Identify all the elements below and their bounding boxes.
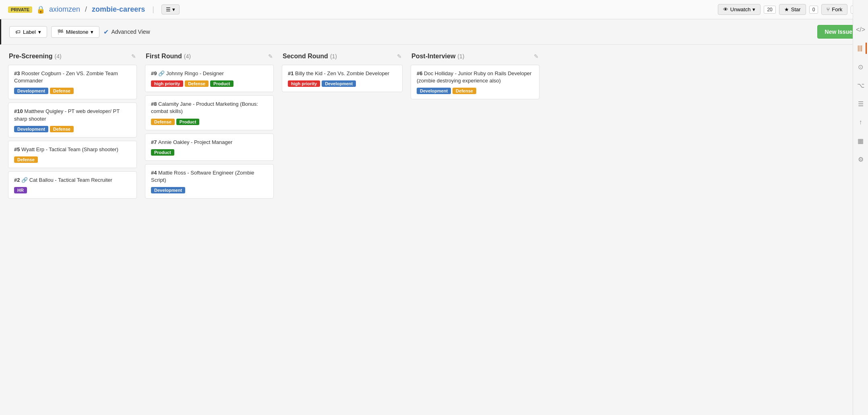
- label-badge[interactable]: Development: [322, 80, 356, 87]
- repo-separator: /: [85, 5, 87, 14]
- fork-icon: ⑂: [827, 6, 830, 12]
- label-badge[interactable]: Development: [14, 88, 48, 94]
- column-count-pre-screening: (4): [54, 53, 61, 60]
- label-badge[interactable]: Product: [210, 80, 234, 87]
- sidebar-icon-board[interactable]: |||: [854, 43, 867, 54]
- repo-link[interactable]: zombie-careers: [92, 5, 145, 14]
- org-link[interactable]: axiomzen: [49, 5, 80, 14]
- label-badge[interactable]: Development: [417, 88, 451, 94]
- view-toggle-button[interactable]: ☰ ▾: [161, 4, 180, 14]
- milestone-button[interactable]: 🏁 Milestone ▾: [51, 26, 100, 38]
- column-title-first-round: First Round(4): [146, 53, 191, 60]
- column-edit-icon-pre-screening[interactable]: ✎: [131, 53, 136, 60]
- label-button[interactable]: 🏷 Label ▾: [9, 26, 47, 38]
- card-title-card-8: #8 Calamity Jane - Product Marketing (Bo…: [151, 101, 268, 115]
- label-badge[interactable]: Development: [14, 126, 48, 132]
- sidebar-icon-code[interactable]: </>: [855, 24, 866, 35]
- label-badge[interactable]: Defense: [50, 126, 74, 132]
- card-card-7[interactable]: #7 Annie Oakley - Project ManagerProduct: [145, 134, 274, 161]
- fork-button[interactable]: ⑂ Fork: [821, 4, 847, 15]
- check-icon: ✔: [103, 28, 109, 36]
- private-badge: PRIVATE: [8, 6, 32, 13]
- column-header-second-round: Second Round(1)✎: [282, 53, 403, 60]
- card-card-6[interactable]: #6 Doc Holliday - Junior Ruby on Rails D…: [411, 65, 539, 99]
- column-title-post-interview: Post-Interview(1): [411, 53, 464, 60]
- column-edit-icon-post-interview[interactable]: ✎: [534, 53, 539, 60]
- link-icon: 🔗: [158, 70, 166, 76]
- star-label: Star: [791, 6, 801, 12]
- column-edit-icon-second-round[interactable]: ✎: [397, 53, 402, 60]
- toolbar: 🏷 Label ▾ 🏁 Milestone ▾ ✔ Advanced View …: [0, 19, 868, 45]
- card-title-card-3: #3 Rooster Cogburn - Zen VS. Zombie Team…: [14, 70, 131, 84]
- card-card-2[interactable]: #2 🔗 Cat Ballou - Tactical Team Recruite…: [8, 171, 137, 199]
- sidebar-icon-graphs[interactable]: ▦: [855, 135, 866, 146]
- card-labels-card-9: high priorityDefenseProduct: [151, 80, 268, 87]
- list-icon: ☰: [166, 6, 171, 12]
- board: Pre-Screening(4)✎#3 Rooster Cogburn - Ze…: [0, 45, 868, 210]
- milestone-btn-text: Milestone: [66, 29, 89, 35]
- nav-left: PRIVATE 🔒 axiomzen / zombie-careers | ☰ …: [8, 4, 180, 14]
- column-header-pre-screening: Pre-Screening(4)✎: [8, 53, 137, 60]
- link-icon: 🔗: [21, 177, 29, 183]
- card-title-card-6: #6 Doc Holliday - Junior Ruby on Rails D…: [417, 70, 533, 84]
- card-labels-card-6: DevelopmentDefense: [417, 88, 533, 94]
- card-card-1[interactable]: #1 Billy the Kid - Zen Vs. Zombie Develo…: [282, 65, 403, 92]
- fork-label: Fork: [832, 6, 842, 12]
- advanced-view-toggle[interactable]: ✔ Advanced View: [103, 28, 150, 36]
- unwatch-label: Unwatch: [730, 6, 751, 12]
- unwatch-button[interactable]: 👁 Unwatch ▾: [718, 4, 761, 15]
- label-badge[interactable]: Defense: [50, 88, 74, 94]
- label-badge[interactable]: Product: [151, 149, 174, 156]
- card-card-5[interactable]: #5 Wyatt Erp - Tactical Team (Sharp shoo…: [8, 141, 137, 168]
- column-header-first-round: First Round(4)✎: [145, 53, 274, 60]
- label-badge[interactable]: Defense: [453, 88, 476, 94]
- chevron-down-icon: ▾: [172, 6, 175, 12]
- column-edit-icon-first-round[interactable]: ✎: [268, 53, 273, 60]
- card-labels-card-8: DefenseProduct: [151, 119, 268, 125]
- sidebar-icon-wiki[interactable]: ☰: [855, 98, 866, 109]
- label-badge[interactable]: HR: [14, 187, 27, 193]
- unwatch-count: 20: [764, 6, 775, 14]
- card-labels-card-10: DevelopmentDefense: [14, 126, 131, 132]
- pipe-separator: |: [152, 5, 154, 14]
- column-second-round: Second Round(1)✎#1 Billy the Kid - Zen V…: [282, 53, 403, 202]
- label-badge[interactable]: Product: [176, 119, 200, 125]
- milestone-icon: 🏁: [57, 29, 64, 35]
- column-count-second-round: (1): [330, 53, 337, 60]
- lock-icon: 🔒: [36, 5, 45, 14]
- column-count-first-round: (4): [184, 53, 191, 60]
- sidebar-icon-settings[interactable]: ⚙: [855, 154, 866, 165]
- card-labels-card-5: Defense: [14, 156, 131, 163]
- label-badge[interactable]: high priority: [288, 80, 320, 87]
- card-labels-card-4: Development: [151, 187, 268, 193]
- card-card-8[interactable]: #8 Calamity Jane - Product Marketing (Bo…: [145, 95, 274, 130]
- column-count-post-interview: (1): [457, 53, 464, 60]
- card-card-3[interactable]: #3 Rooster Cogburn - Zen VS. Zombie Team…: [8, 65, 137, 99]
- label-badge[interactable]: Development: [151, 187, 185, 193]
- label-badge[interactable]: Defense: [151, 119, 175, 125]
- card-card-10[interactable]: #10 Matthew Quigley - PT web developer/ …: [8, 103, 137, 137]
- column-pre-screening: Pre-Screening(4)✎#3 Rooster Cogburn - Ze…: [8, 53, 137, 202]
- star-button[interactable]: ★ Star: [779, 4, 806, 15]
- sidebar-icon-git[interactable]: ⌥: [855, 80, 866, 91]
- label-icon: 🏷: [15, 29, 21, 35]
- sidebar-icon-pulse[interactable]: ⊙: [855, 61, 866, 72]
- advanced-view-label-text: Advanced View: [111, 29, 150, 35]
- right-sidebar: </> ||| ⊙ ⌥ ☰ ↑ ▦ ⚙: [853, 0, 868, 210]
- nav-right: 👁 Unwatch ▾ 20 ★ Star 0 ⑂ Fork 0: [718, 4, 860, 15]
- label-badge[interactable]: high priority: [151, 80, 183, 87]
- chevron-down-icon: ▾: [91, 29, 93, 35]
- eye-icon: 👁: [723, 6, 728, 12]
- chevron-down-icon: ▾: [38, 29, 41, 35]
- label-badge[interactable]: Defense: [14, 156, 38, 163]
- card-card-4[interactable]: #4 Mattie Ross - Software Engineer (Zomb…: [145, 164, 274, 199]
- card-title-card-9: #9 🔗 Johnny Ringo - Designer: [151, 70, 268, 77]
- star-count: 0: [809, 6, 818, 14]
- card-card-9[interactable]: #9 🔗 Johnny Ringo - Designerhigh priorit…: [145, 65, 274, 92]
- chevron-down-icon: ▾: [752, 6, 755, 12]
- sidebar-icon-releases[interactable]: ↑: [855, 117, 866, 128]
- card-title-card-4: #4 Mattie Ross - Software Engineer (Zomb…: [151, 169, 268, 184]
- star-icon: ★: [784, 6, 789, 12]
- card-labels-card-7: Product: [151, 149, 268, 156]
- label-badge[interactable]: Defense: [185, 80, 209, 87]
